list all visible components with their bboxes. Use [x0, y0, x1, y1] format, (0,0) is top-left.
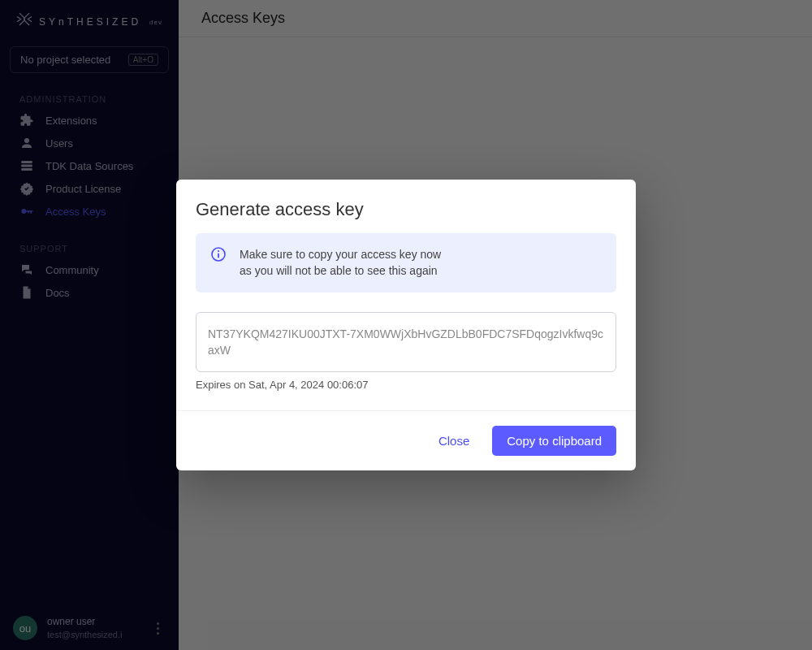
info-banner: Make sure to copy your access key now as… — [196, 233, 616, 292]
info-icon — [210, 246, 227, 262]
generate-key-modal: Generate access key Make sure to copy yo… — [176, 180, 636, 470]
info-line1: Make sure to copy your access key now — [240, 246, 441, 262]
modal-overlay[interactable]: Generate access key Make sure to copy yo… — [0, 0, 812, 650]
svg-point-9 — [218, 250, 219, 252]
copy-to-clipboard-button[interactable]: Copy to clipboard — [492, 426, 616, 456]
info-text: Make sure to copy your access key now as… — [240, 246, 441, 280]
modal-footer: Close Copy to clipboard — [176, 410, 636, 470]
modal-title: Generate access key — [176, 180, 636, 233]
svg-rect-10 — [218, 253, 219, 258]
close-button[interactable]: Close — [430, 427, 477, 454]
info-line2: as you will not be able to see this agai… — [240, 262, 441, 279]
expiry-text: Expires on Sat, Apr 4, 2024 00:06:07 — [196, 379, 616, 391]
access-key-field[interactable]: NT37YKQM427IKU00JTXT-7XM0WWjXbHvGZDLbB0F… — [196, 312, 616, 373]
